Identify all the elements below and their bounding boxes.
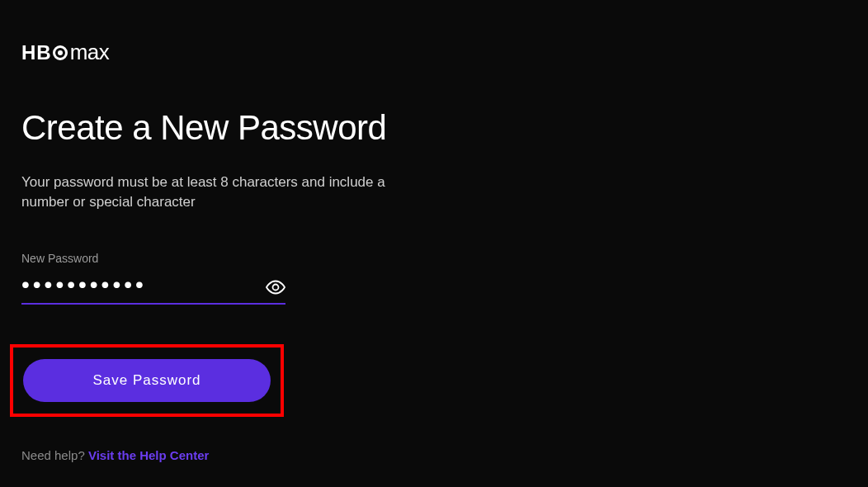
svg-point-0 [273, 284, 279, 290]
annotation-highlight-box: Save Password [10, 344, 284, 417]
brand-logo-text: HBmax [21, 40, 109, 65]
logo-o-icon [53, 45, 68, 60]
help-center-link[interactable]: Visit the Help Center [88, 448, 209, 462]
help-footer: Need help? Visit the Help Center [21, 448, 209, 462]
help-prompt-text: Need help? [21, 448, 85, 462]
page-title: Create a New Password [21, 108, 847, 148]
new-password-input[interactable] [21, 270, 285, 305]
toggle-password-visibility-button[interactable] [266, 280, 285, 298]
eye-icon [266, 280, 285, 295]
password-requirements-text: Your password must be at least 8 charact… [21, 173, 417, 212]
save-password-button[interactable]: Save Password [23, 359, 271, 402]
password-label: New Password [21, 252, 285, 265]
brand-logo: HBmax [21, 40, 847, 65]
password-field-group: New Password [21, 252, 285, 305]
